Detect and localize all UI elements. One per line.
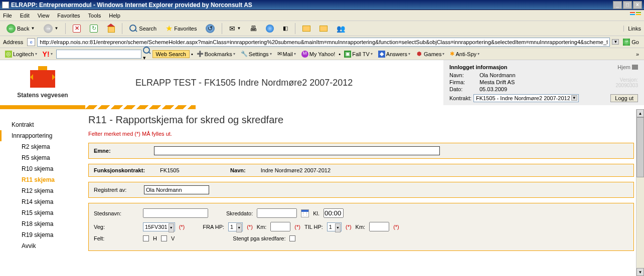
- address-label: Address: [3, 39, 23, 45]
- main-toolbar: ←Back▼ →▼ ✕ ↻ Search ★Favorites ↺ ✉▼ 🖶 ◧…: [0, 21, 644, 36]
- form-content: R11 - Rapportskjema for skred og skredfa…: [85, 109, 644, 276]
- messenger-button[interactable]: [262, 23, 277, 34]
- address-bar: Address e ▼ Go: [0, 36, 644, 48]
- sidebar-item-r14[interactable]: R14 skjema: [0, 196, 85, 207]
- people-button[interactable]: 👥: [333, 23, 349, 34]
- home-button[interactable]: [103, 23, 118, 34]
- calendar-icon[interactable]: [301, 209, 309, 217]
- vertical-scrollbar[interactable]: ▲ ▼: [636, 109, 644, 276]
- antispy-button[interactable]: ✱Anti-Spy▾: [448, 50, 481, 58]
- back-button[interactable]: ←Back▼: [3, 23, 38, 35]
- veg-select[interactable]: 15FV301: [143, 222, 175, 231]
- fk-value: FK1505: [160, 167, 215, 173]
- emne-row: Emne:: [88, 143, 634, 159]
- user-name: Ola Nordmann: [479, 72, 516, 78]
- frakm-input[interactable]: [270, 222, 290, 231]
- sidebar-item-r18[interactable]: R18 skjema: [0, 218, 85, 229]
- h-checkbox[interactable]: [143, 235, 149, 241]
- settings-button[interactable]: 🔧Settings▾: [239, 50, 274, 58]
- scroll-thumb[interactable]: [636, 117, 644, 177]
- yahoo-logo[interactable]: Y!▾: [41, 50, 55, 59]
- web-search-button[interactable]: Web Search: [152, 50, 190, 58]
- falltv-button[interactable]: ▣Fall TV▾: [342, 50, 375, 58]
- menu-view[interactable]: View: [38, 13, 50, 19]
- menu-edit[interactable]: Edit: [20, 13, 30, 19]
- menu-bar: File Edit View Favorites Tools Help: [0, 10, 644, 21]
- scroll-up-icon[interactable]: ▲: [636, 109, 644, 117]
- sidebar-item-r5[interactable]: R5 skjema: [0, 152, 85, 163]
- emne-input[interactable]: [154, 146, 440, 155]
- fk-name: Indre Nordmøre2 2007-2012: [261, 167, 331, 173]
- frahp-select[interactable]: 1: [228, 222, 243, 231]
- sidebar-item-avvik[interactable]: Avvik: [0, 240, 85, 251]
- fk-row: Funksjonskontrakt: FK1505 Navn: Indre No…: [88, 164, 634, 177]
- toolbar-overflow[interactable]: »: [634, 51, 641, 58]
- location-block: Stedsnavn: Skreddato: Kl. Veg: 15FV301(*…: [88, 203, 634, 251]
- menu-tools[interactable]: Tools: [88, 13, 101, 19]
- v-checkbox[interactable]: [161, 235, 167, 241]
- divider-strip: [0, 105, 644, 109]
- tilkm-input[interactable]: [369, 222, 389, 231]
- skreddato-input[interactable]: [257, 208, 297, 218]
- registrert-row: Registrert av:: [88, 182, 634, 198]
- windows-logo-icon: [629, 11, 641, 20]
- sidebar-item-r2[interactable]: R2 skjema: [0, 141, 85, 152]
- main-content-area: Kontrakt Innrapportering R2 skjema R5 sk…: [0, 109, 644, 276]
- history-button[interactable]: ↺: [202, 23, 218, 35]
- home-link[interactable]: Hjem: [617, 64, 638, 70]
- app-icon: [2, 2, 9, 9]
- mail2-button[interactable]: ✉Mail▾: [275, 50, 298, 58]
- links-label[interactable]: Links: [623, 26, 641, 32]
- search-button[interactable]: Search: [126, 23, 160, 34]
- kontrakt-select[interactable]: FK1505 - Indre Nordmøre2 2007-2012: [473, 94, 579, 102]
- print-button[interactable]: 🖶: [246, 23, 260, 34]
- yahoo-toolbar: ◎Logitech▾ Y!▾ ▾ Web Search • ➕Bookmarks…: [0, 48, 644, 60]
- menu-file[interactable]: File: [3, 13, 12, 19]
- app-title: ELRAPP TEST - FK1505 Indre Nordmøre2 200…: [85, 60, 443, 105]
- version-info: Versjon:20090303: [616, 77, 638, 88]
- research-button[interactable]: ◧: [279, 24, 291, 33]
- menu-favorites[interactable]: Favorites: [57, 13, 80, 19]
- folder-button[interactable]: [299, 24, 314, 33]
- registrert-input[interactable]: [144, 185, 209, 194]
- answers-button[interactable]: ◆Answers▾: [376, 50, 412, 58]
- logout-button[interactable]: Logg ut: [610, 94, 638, 102]
- go-button[interactable]: Go: [621, 38, 641, 46]
- stedsnavn-input[interactable]: [143, 208, 208, 218]
- favorites-button[interactable]: ★Favorites: [162, 22, 200, 35]
- bookmarks-button[interactable]: ➕Bookmarks▾: [195, 50, 237, 58]
- games-button[interactable]: ⬢Games▾: [414, 50, 446, 58]
- minimize-button[interactable]: _: [613, 1, 622, 9]
- app-header: Statens vegvesen ELRAPP TEST - FK1505 In…: [0, 60, 644, 105]
- address-input[interactable]: [37, 38, 610, 47]
- sidebar-item-r11[interactable]: R11 skjema: [0, 174, 85, 185]
- info-heading: Innlogget informasjon: [449, 64, 638, 70]
- address-dropdown[interactable]: ▼: [612, 39, 619, 45]
- sidebar-item-kontrakt[interactable]: Kontrakt: [0, 119, 85, 130]
- myyahoo-button[interactable]: MMy Yahoo!: [299, 50, 338, 58]
- yahoo-search-input[interactable]: [56, 50, 141, 59]
- maximize-button[interactable]: □: [623, 1, 632, 9]
- page-icon: e: [27, 38, 35, 46]
- stengt-checkbox[interactable]: [289, 235, 295, 241]
- sidebar-item-innrapportering[interactable]: Innrapportering: [0, 130, 85, 141]
- scroll-down-icon[interactable]: ▼: [636, 268, 644, 276]
- org-name: Statens vegvesen: [0, 92, 85, 99]
- sidebar-item-r19[interactable]: R19 skjema: [0, 229, 85, 240]
- refresh-button[interactable]: ↻: [86, 23, 101, 34]
- sidebar-item-r12[interactable]: R12 skjema: [0, 185, 85, 196]
- current-date: 05.03.2009: [479, 86, 507, 92]
- search-dd-icon[interactable]: ▾: [143, 47, 151, 61]
- tilhp-select[interactable]: 1: [327, 222, 342, 231]
- sidebar-item-r10[interactable]: R10 skjema: [0, 163, 85, 174]
- folder2-button[interactable]: [316, 24, 331, 33]
- stop-button[interactable]: ✕: [69, 23, 84, 34]
- sidebar-item-r15[interactable]: R15 skjema: [0, 207, 85, 218]
- mail-button[interactable]: ✉▼: [226, 23, 244, 34]
- sidebar-nav: Kontrakt Innrapportering R2 skjema R5 sk…: [0, 109, 85, 276]
- forward-button[interactable]: →▼: [40, 23, 62, 35]
- logitech-button[interactable]: ◎Logitech▾: [3, 50, 39, 58]
- menu-help[interactable]: Help: [109, 13, 120, 19]
- close-button[interactable]: ×: [633, 1, 642, 9]
- kl-input[interactable]: [324, 208, 344, 218]
